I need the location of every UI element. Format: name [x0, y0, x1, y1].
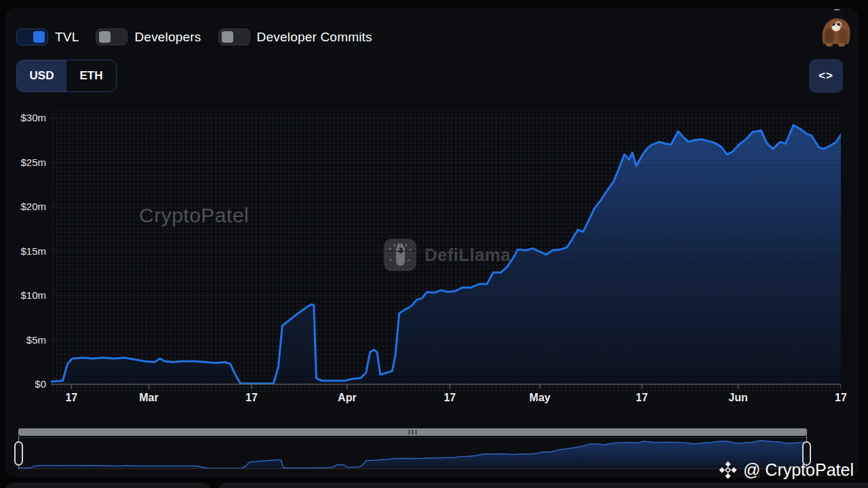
- developer-commits-toggle-knob: [222, 31, 233, 43]
- brush-left-handle[interactable]: [14, 441, 23, 466]
- denomination-switch: USD ETH: [16, 60, 117, 92]
- credit-watermark: @ CryptoPatel: [719, 460, 854, 480]
- y-axis-label: $0: [0, 378, 46, 390]
- developers-toggle[interactable]: [96, 28, 127, 45]
- developers-label: Developers: [134, 30, 201, 45]
- embed-button[interactable]: <>: [809, 59, 843, 93]
- x-axis-label: Apr: [320, 392, 374, 404]
- denomination-usd[interactable]: USD: [17, 60, 66, 92]
- legend-item-developers: Developers: [96, 28, 201, 45]
- developer-commits-label: Developer Commits: [257, 30, 372, 45]
- binance-diamond-icon: [719, 461, 737, 479]
- legend-item-tvl: TVL: [16, 28, 79, 45]
- tvl-toggle[interactable]: [16, 28, 48, 45]
- legend: TVL Developers Developer Commits: [16, 28, 389, 45]
- brush-mini-chart: [18, 438, 807, 468]
- llama-mascot-icon: [818, 9, 853, 47]
- bottom-card-left: [5, 483, 210, 488]
- scrollbar-grip-icon[interactable]: [408, 430, 418, 434]
- x-axis-label: May: [513, 392, 567, 404]
- bottom-card-right: [218, 483, 868, 488]
- y-axis-label: $30m: [0, 112, 46, 123]
- tvl-area-chart[interactable]: [51, 108, 841, 393]
- x-axis-label: Jun: [711, 392, 766, 404]
- x-axis-label: 17: [814, 392, 868, 404]
- x-axis-label: Mar: [121, 392, 176, 404]
- x-axis-label: 17: [44, 392, 98, 404]
- tvl-toggle-knob: [33, 31, 45, 43]
- y-axis-label: $10m: [0, 289, 46, 301]
- y-axis-label: $15m: [0, 245, 46, 257]
- denomination-eth[interactable]: ETH: [66, 60, 116, 92]
- brush-area[interactable]: [18, 437, 807, 469]
- x-axis-label: 17: [224, 392, 279, 404]
- developer-commits-toggle[interactable]: [218, 28, 250, 45]
- chart-scrollbar[interactable]: [18, 428, 807, 436]
- y-axis-label: $25m: [0, 157, 46, 168]
- x-axis-label: 17: [422, 392, 477, 404]
- x-axis-label: 17: [614, 392, 669, 404]
- tvl-label: TVL: [55, 30, 79, 45]
- code-icon: <>: [818, 69, 833, 83]
- y-axis-label: $20m: [0, 201, 46, 212]
- credit-text: @ CryptoPatel: [743, 460, 854, 480]
- developers-toggle-knob: [99, 31, 111, 43]
- legend-item-developer-commits: Developer Commits: [218, 28, 372, 45]
- y-axis-label: $5m: [0, 334, 46, 346]
- page: TVL Developers Developer Commits: [0, 0, 868, 488]
